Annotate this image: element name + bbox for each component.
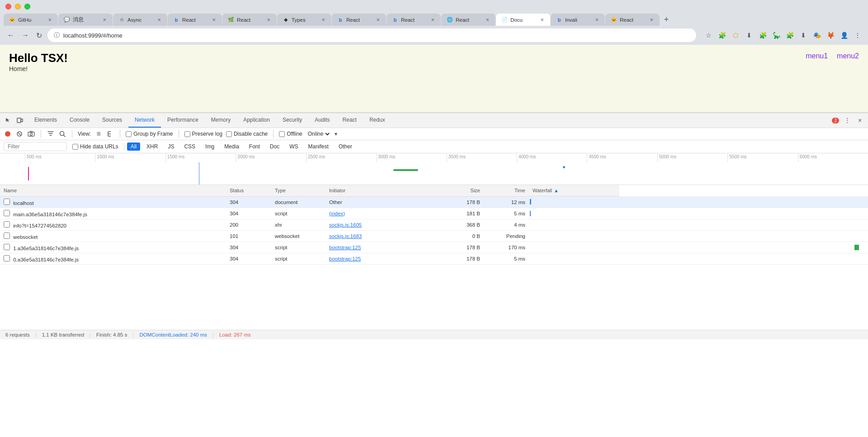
filter-type-all[interactable]: All (127, 142, 140, 151)
table-row[interactable]: localhost 304 document Other 178 B 12 ms (0, 196, 868, 208)
filter-type-css[interactable]: CSS (180, 142, 199, 151)
row-checkbox[interactable] (4, 244, 10, 250)
tab-close-4[interactable]: × (211, 16, 217, 23)
preserve-log-input[interactable] (184, 131, 190, 137)
filter-type-ws[interactable]: WS (286, 142, 302, 151)
tab-close-11[interactable]: × (594, 16, 599, 23)
tab-close-9[interactable]: × (485, 16, 490, 23)
nav-menu1[interactable]: menu1 (806, 52, 828, 60)
initiator-link[interactable]: bootstrap:125 (329, 245, 361, 250)
browser-tab-4[interactable]: b React × (168, 14, 222, 26)
devtools-device-icon[interactable] (15, 116, 24, 125)
browser-tab-5[interactable]: 🌿 React × (222, 14, 277, 26)
initiator-link[interactable]: (index) (329, 211, 345, 216)
disable-cache-input[interactable] (226, 131, 232, 137)
forward-button[interactable]: → (20, 29, 31, 41)
browser-tab-1[interactable]: 🐱 GitHu × (4, 14, 58, 26)
initiator-link[interactable]: sockjs.js:1605 (329, 222, 362, 228)
extension-icon-6[interactable]: 🧩 (785, 30, 795, 40)
devtools-close-icon[interactable]: × (855, 116, 864, 125)
search-button[interactable] (58, 130, 66, 138)
offline-checkbox[interactable]: Offline (279, 131, 302, 137)
col-header-waterfall[interactable]: Waterfall ▲ (529, 185, 619, 196)
initiator-link[interactable]: sockjs.js:1683 (329, 233, 362, 239)
browser-tab-10[interactable]: 📄 Docu × (496, 14, 550, 26)
col-header-time[interactable]: Time (484, 185, 529, 196)
tab-close-5[interactable]: × (266, 16, 271, 23)
tab-close-10[interactable]: × (539, 16, 545, 23)
back-button[interactable]: ← (5, 29, 16, 41)
devtools-tab-sources[interactable]: Sources (96, 113, 128, 128)
devtools-tab-application[interactable]: Application (237, 113, 276, 128)
tab-close-1[interactable]: × (47, 16, 52, 23)
menu-icon[interactable]: ⋮ (853, 30, 863, 40)
devtools-more-options-icon[interactable]: ⋮ (843, 116, 852, 125)
offline-input[interactable] (279, 131, 285, 137)
browser-tab-8[interactable]: b React × (387, 14, 441, 26)
devtools-tab-console[interactable]: Console (63, 113, 96, 128)
clear-button[interactable] (15, 130, 24, 138)
tab-close-7[interactable]: × (375, 16, 381, 23)
initiator-link[interactable]: bootstrap:125 (329, 256, 361, 261)
devtools-tab-audits[interactable]: Audits (308, 113, 336, 128)
table-row[interactable]: 0.a36e5a318146c7e384fe.js 304 script boo… (0, 253, 868, 264)
url-bar[interactable]: ⓘ localhost:9999/#/home (47, 28, 696, 42)
tab-close-12[interactable]: × (649, 16, 654, 23)
extension-icon-5[interactable]: 🦕 (771, 30, 781, 40)
browser-tab-12[interactable]: 🐱 React × (605, 14, 660, 26)
filter-type-doc[interactable]: Doc (266, 142, 283, 151)
table-row[interactable]: websocket 101 websocket sockjs.js:1683 0… (0, 230, 868, 242)
devtools-tab-security[interactable]: Security (276, 113, 308, 128)
col-header-size[interactable]: Size (439, 185, 484, 196)
browser-tab-6[interactable]: ◆ Types × (277, 14, 331, 26)
browser-tab-9[interactable]: 🌐 React × (441, 14, 495, 26)
row-checkbox[interactable] (4, 221, 10, 228)
view-tree-icon[interactable] (106, 130, 114, 138)
group-by-frame-checkbox[interactable]: Group by Frame (126, 131, 173, 137)
browser-tab-2[interactable]: 💬 消息 × (58, 14, 113, 26)
extension-icon-1[interactable]: 🧩 (717, 30, 727, 40)
devtools-tab-performance[interactable]: Performance (161, 113, 205, 128)
tab-close-2[interactable]: × (102, 16, 107, 23)
tab-close-8[interactable]: × (430, 16, 435, 23)
devtools-tab-redux[interactable]: Redux (363, 113, 392, 128)
row-checkbox[interactable] (4, 199, 10, 205)
browser-tab-3[interactable]: ⊗ Async × (113, 14, 167, 26)
extension-icon-8[interactable]: 🎭 (812, 30, 822, 40)
new-tab-button[interactable]: + (660, 13, 673, 26)
devtools-pointer-icon[interactable] (4, 116, 13, 125)
devtools-tab-memory[interactable]: Memory (205, 113, 237, 128)
filter-type-other[interactable]: Other (335, 142, 356, 151)
col-header-status[interactable]: Status (226, 185, 271, 196)
devtools-tab-react[interactable]: React (336, 113, 363, 128)
browser-tab-7[interactable]: b React × (332, 14, 386, 26)
close-button[interactable] (5, 4, 11, 10)
extension-icon-7[interactable]: ⬇ (798, 30, 808, 40)
disable-cache-checkbox[interactable]: Disable cache (226, 131, 268, 137)
screenshot-button[interactable] (27, 130, 35, 138)
table-row[interactable]: 1.a36e5a318146c7e384fe.js 304 script boo… (0, 242, 868, 253)
extension-icon-4[interactable]: 🧩 (758, 30, 768, 40)
row-checkbox[interactable] (4, 210, 10, 216)
row-checkbox[interactable] (4, 233, 10, 239)
row-initiator[interactable]: sockjs.js:1605 (326, 219, 439, 230)
table-row[interactable]: main.a36e5a318146c7e384fe.js 304 script … (0, 208, 868, 219)
record-button[interactable] (4, 130, 12, 138)
group-by-frame-input[interactable] (126, 131, 132, 137)
view-list-icon[interactable]: ≡ (94, 130, 103, 138)
extension-icon-10[interactable]: 👤 (839, 30, 849, 40)
col-header-initiator[interactable]: Initiator (326, 185, 439, 196)
col-header-type[interactable]: Type (271, 185, 326, 196)
nav-menu2[interactable]: menu2 (837, 52, 859, 60)
extension-icon-2[interactable]: ⬡ (731, 30, 741, 40)
devtools-tab-elements[interactable]: Elements (28, 113, 63, 128)
row-initiator[interactable]: bootstrap:125 (326, 242, 439, 253)
throttle-select[interactable]: Online (306, 130, 331, 138)
row-initiator[interactable]: bootstrap:125 (326, 253, 439, 264)
extension-icon-9[interactable]: 🦊 (826, 30, 835, 40)
hide-data-urls-input[interactable] (72, 144, 78, 150)
filter-type-manifest[interactable]: Manifest (305, 142, 332, 151)
tab-close-3[interactable]: × (156, 16, 162, 23)
col-header-name[interactable]: Name (0, 185, 226, 196)
filter-toggle-button[interactable] (47, 130, 55, 138)
